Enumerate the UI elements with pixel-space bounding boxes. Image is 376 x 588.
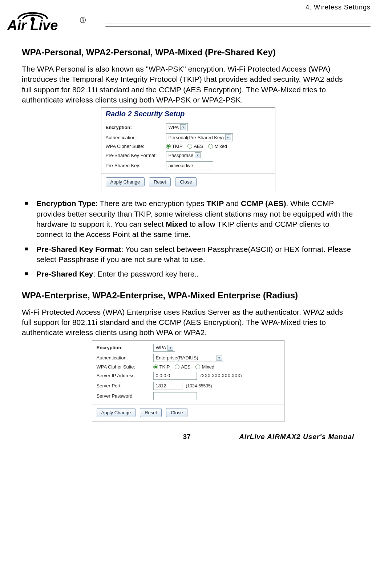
- reset-button[interactable]: Reset: [140, 408, 162, 417]
- bullet-list-1: Encryption Type: There are two encryptio…: [22, 198, 354, 279]
- server-port-label: Server Port:: [97, 383, 151, 388]
- radio-icon: [195, 365, 200, 369]
- encryption2-select[interactable]: WPA ▾: [153, 344, 175, 352]
- cipher-row: WPA Cipher Suite: TKIP AES Mixed: [101, 142, 275, 150]
- cipher2-tkip-radio[interactable]: TKIP: [153, 364, 170, 370]
- encryption-row: Encryption: WPA ▾: [101, 122, 275, 132]
- reset-button[interactable]: Reset: [149, 177, 171, 186]
- encryption-value: WPA: [169, 125, 179, 130]
- security-setup-dialog: Radio 2 Security Setup Encryption: WPA ▾…: [101, 107, 275, 191]
- server-password-label: Server Password:: [97, 393, 151, 399]
- header-rule: [105, 24, 371, 24]
- page-number: 37: [183, 433, 191, 441]
- chevron-down-icon: ▾: [180, 124, 186, 130]
- auth2-select[interactable]: Enterprise(RADIUS) ▾: [153, 354, 224, 362]
- auth2-row: Authentication: Enterprise(RADIUS) ▾: [92, 353, 284, 363]
- server-ip-label: Server IP Address:: [97, 373, 151, 378]
- section-label: 4. Wireless Settings: [306, 4, 371, 11]
- dialog2-buttons: Apply Change Reset Close: [92, 404, 284, 422]
- radio-icon: [166, 144, 171, 149]
- dialog1-title: Radio 2 Security Setup: [101, 108, 275, 119]
- brand-logo: Air Live ®: [5, 2, 100, 33]
- section1-heading: WPA-Personal, WPA2-Personal, WPA-Mixed (…: [22, 47, 354, 57]
- cipher-aes-radio[interactable]: AES: [187, 144, 203, 149]
- psk-input[interactable]: airliveairlive: [166, 161, 213, 169]
- psk-format-row: Pre-Shared Key Format: Passphrase ▾: [101, 150, 275, 160]
- header-rule-thick: [105, 26, 371, 27]
- chevron-down-icon: ▾: [167, 345, 173, 351]
- server-ip-hint: (XXX.XXX.XXX.XXX): [201, 373, 242, 378]
- bullet-psk: Pre-Shared Key: Enter the password key h…: [22, 269, 354, 279]
- chevron-down-icon: ▾: [195, 152, 201, 158]
- server-password-row: Server Password:: [92, 391, 284, 401]
- psk-label: Pre-Shared Key:: [106, 163, 164, 168]
- server-password-input[interactable]: [153, 392, 197, 400]
- bullet-psk-format: Pre-Shared Key Format: You can select be…: [22, 244, 354, 265]
- encryption-label: Encryption:: [106, 125, 164, 130]
- auth-value: Personal(Pre-Shared Key): [169, 135, 224, 140]
- auth-select[interactable]: Personal(Pre-Shared Key) ▾: [166, 133, 233, 141]
- radio-icon: [175, 365, 179, 369]
- page-footer: 37 AirLive AIRMAX2 User's Manual: [22, 433, 354, 444]
- psk-format-label: Pre-Shared Key Format:: [106, 153, 164, 158]
- section2-heading: WPA-Enterprise, WPA2-Enterprise, WPA-Mix…: [22, 290, 354, 301]
- server-port-row: Server Port: 1812 (1024-65535): [92, 381, 284, 391]
- encryption2-row: Encryption: WPA ▾: [92, 343, 284, 353]
- apply-button[interactable]: Apply Change: [106, 177, 145, 186]
- cipher2-aes-radio[interactable]: AES: [175, 364, 190, 370]
- section2-paragraph: Wi-Fi Protected Access (WPA) Enterprise …: [22, 307, 354, 338]
- cipher-tkip-radio[interactable]: TKIP: [166, 144, 183, 149]
- cipher-label: WPA Cipher Suite:: [106, 144, 164, 149]
- radio-icon: [153, 365, 158, 369]
- radio-icon: [187, 144, 192, 149]
- server-ip-input[interactable]: 0.0.0.0: [153, 372, 197, 380]
- psk-format-select[interactable]: Passphrase ▾: [166, 151, 203, 159]
- dialog1-divider: [105, 119, 271, 119]
- auth2-value: Enterprise(RADIUS): [156, 355, 198, 361]
- bullet-encryption-type: Encryption Type: There are two encryptio…: [22, 198, 354, 239]
- encryption2-value: WPA: [156, 345, 166, 350]
- svg-text:Air Live: Air Live: [7, 18, 58, 33]
- cipher2-label: WPA Cipher Suite:: [97, 364, 151, 370]
- section1-paragraph: The WPA Personal is also known as "WPA-P…: [22, 64, 354, 105]
- svg-text:®: ®: [80, 16, 86, 25]
- psk-format-value: Passphrase: [169, 153, 194, 158]
- server-port-input[interactable]: 1812: [153, 382, 182, 390]
- manual-name: AirLive AIRMAX2 User's Manual: [239, 433, 354, 441]
- server-ip-row: Server IP Address: 0.0.0.0 (XXX.XXX.XXX.…: [92, 371, 284, 381]
- cipher-radio-group: TKIP AES Mixed: [166, 144, 227, 149]
- server-port-hint: (1024-65535): [186, 383, 212, 388]
- cipher2-row: WPA Cipher Suite: TKIP AES Mixed: [92, 363, 284, 371]
- enterprise-dialog: Encryption: WPA ▾ Authentication: Enterp…: [92, 340, 284, 422]
- radio-icon: [208, 144, 213, 149]
- auth2-label: Authentication:: [97, 355, 151, 361]
- close-button[interactable]: Close: [175, 177, 197, 186]
- encryption2-label: Encryption:: [97, 345, 151, 350]
- auth-label: Authentication:: [106, 135, 164, 140]
- cipher2-mixed-radio[interactable]: Mixed: [195, 364, 214, 370]
- encryption-select[interactable]: WPA ▾: [166, 123, 188, 131]
- close-button[interactable]: Close: [166, 408, 187, 417]
- cipher2-radio-group: TKIP AES Mixed: [153, 364, 215, 370]
- psk-row: Pre-Shared Key: airliveairlive: [101, 160, 275, 170]
- page-header: Air Live ® 4. Wireless Settings: [22, 4, 354, 36]
- cipher-mixed-radio[interactable]: Mixed: [208, 144, 227, 149]
- apply-button[interactable]: Apply Change: [97, 408, 136, 417]
- chevron-down-icon: ▾: [217, 355, 222, 361]
- dialog1-buttons: Apply Change Reset Close: [101, 173, 275, 191]
- auth-row: Authentication: Personal(Pre-Shared Key)…: [101, 132, 275, 142]
- chevron-down-icon: ▾: [225, 134, 231, 140]
